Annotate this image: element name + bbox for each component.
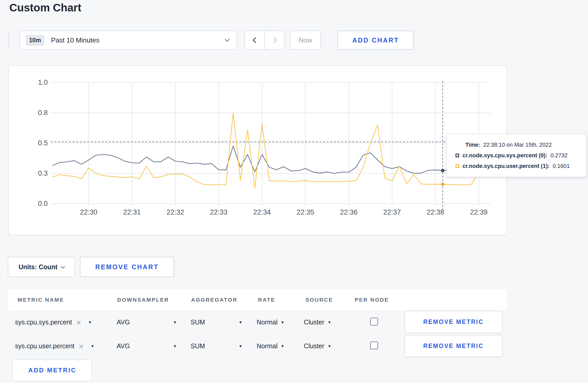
metric-name-value: sys.cpu.sys.percent <box>15 318 72 326</box>
metric-name-select[interactable]: sys.cpu.user.percent × ▼ <box>15 342 94 350</box>
triangle-down-icon: ▼ <box>88 320 92 324</box>
tooltip-user-value: 0.1601 <box>553 163 570 169</box>
svg-text:0.0: 0.0 <box>38 200 48 208</box>
svg-text:0.3: 0.3 <box>38 169 48 177</box>
svg-text:0.5: 0.5 <box>38 139 48 147</box>
tooltip-sys-value: 0.2732 <box>550 152 568 159</box>
source-select[interactable]: Cluster ▼ <box>304 342 331 350</box>
remove-metric-button[interactable]: REMOVE METRIC <box>404 311 502 333</box>
chevron-down-icon <box>61 264 65 268</box>
source-value: Cluster <box>304 342 324 350</box>
triangle-down-icon: ▼ <box>90 344 94 348</box>
line-chart[interactable]: 0.00.30.50.81.022:3022:3122:3222:3322:34… <box>9 66 508 236</box>
svg-text:22:30: 22:30 <box>80 208 97 216</box>
units-label: Units: Count <box>19 263 58 271</box>
time-window-label: Past 10 Minutes <box>51 36 226 44</box>
chart-card: 0.00.30.50.81.022:3022:3122:3222:3322:34… <box>8 65 507 235</box>
triangle-down-icon: ▼ <box>281 344 285 348</box>
clear-metric-icon[interactable]: × <box>76 320 81 325</box>
rate-select[interactable]: Normal ▼ <box>257 318 284 326</box>
downsampler-select[interactable]: AVG ▼ <box>117 342 177 350</box>
time-range-nav <box>244 31 285 50</box>
source-select[interactable]: Cluster ▼ <box>304 318 331 326</box>
downsampler-value: AVG <box>117 318 130 326</box>
downsampler-value: AVG <box>117 342 130 350</box>
col-header-per-node: PER NODE <box>355 297 389 303</box>
metrics-table-header: METRIC NAME DOWNSAMPLER AGGREGATOR RATE … <box>8 289 507 310</box>
toolbar-divider <box>9 31 9 49</box>
per-node-checkbox[interactable] <box>370 318 378 325</box>
aggregator-select[interactable]: SUM ▼ <box>191 318 242 326</box>
svg-text:1.0: 1.0 <box>38 79 48 86</box>
page-title: Custom Chart <box>9 1 81 15</box>
tooltip-time-value: 22:38:10 on Mar 15th, 2022 <box>483 142 552 148</box>
col-header-downsampler: DOWNSAMPLER <box>117 297 169 303</box>
svg-text:22:37: 22:37 <box>383 208 401 216</box>
svg-text:22:34: 22:34 <box>253 208 271 216</box>
prev-range-button[interactable] <box>245 31 265 49</box>
metric-name-value: sys.cpu.user.percent <box>15 342 74 350</box>
col-header-source: SOURCE <box>305 297 333 303</box>
triangle-down-icon: ▼ <box>173 344 177 348</box>
next-range-button[interactable] <box>265 31 284 49</box>
tooltip-series-row: cr.node.sys.cpu.user.percent (1): 0.1601 <box>456 163 586 169</box>
sys-series-swatch-icon <box>456 154 459 157</box>
add-chart-button[interactable]: ADD CHART <box>338 31 414 50</box>
time-window-dropdown[interactable]: 10m Past 10 Minutes <box>19 31 237 50</box>
rate-value: Normal <box>257 342 278 350</box>
aggregator-value: SUM <box>191 342 205 350</box>
svg-text:22:38: 22:38 <box>427 208 444 216</box>
chart-tooltip: Time: 22:38:10 on Mar 15th, 2022 cr.node… <box>446 134 586 177</box>
tooltip-user-label: cr.node.sys.cpu.user.percent (1): <box>463 163 550 169</box>
triangle-down-icon: ▼ <box>173 320 177 324</box>
rate-value: Normal <box>257 318 278 326</box>
metric-name-select[interactable]: sys.cpu.sys.percent × ▼ <box>15 318 92 326</box>
svg-text:0.8: 0.8 <box>38 109 48 117</box>
metric-row: sys.cpu.sys.percent × ▼ AVG ▼ SUM ▼ Norm… <box>8 310 507 334</box>
col-header-aggregator: AGGREGATOR <box>191 297 237 303</box>
svg-text:22:39: 22:39 <box>470 208 488 216</box>
svg-text:22:32: 22:32 <box>167 208 184 216</box>
tooltip-time-row: Time: 22:38:10 on Mar 15th, 2022 <box>465 142 586 148</box>
tooltip-series-row: cr.node.sys.cpu.sys.percent (0): 0.2732 <box>456 152 586 159</box>
user-series-swatch-icon <box>456 164 459 168</box>
triangle-down-icon: ▼ <box>327 344 331 348</box>
now-button[interactable]: Now <box>290 31 321 50</box>
time-window-badge: 10m <box>26 35 44 46</box>
tooltip-time-label: Time: <box>465 142 480 148</box>
svg-text:22:33: 22:33 <box>210 208 228 216</box>
units-dropdown[interactable]: Units: Count <box>8 257 75 277</box>
svg-text:22:35: 22:35 <box>297 208 314 216</box>
svg-text:22:31: 22:31 <box>123 208 141 216</box>
remove-chart-button[interactable]: REMOVE CHART <box>80 257 174 277</box>
downsampler-select[interactable]: AVG ▼ <box>117 318 177 326</box>
tooltip-sys-label: cr.node.sys.cpu.sys.percent (0): <box>463 152 547 159</box>
svg-text:22:36: 22:36 <box>340 208 358 216</box>
triangle-down-icon: ▼ <box>327 320 331 324</box>
rate-select[interactable]: Normal ▼ <box>257 342 284 350</box>
triangle-down-icon: ▼ <box>281 320 285 324</box>
add-metric-button[interactable]: ADD METRIC <box>12 359 92 381</box>
aggregator-value: SUM <box>191 318 205 326</box>
per-node-checkbox[interactable] <box>370 342 378 349</box>
remove-metric-button[interactable]: REMOVE METRIC <box>404 335 502 357</box>
chevron-left-icon <box>253 37 258 43</box>
source-value: Cluster <box>304 318 324 326</box>
chevron-down-icon <box>225 37 229 41</box>
col-header-metric-name: METRIC NAME <box>18 297 64 303</box>
metric-row: sys.cpu.user.percent × ▼ AVG ▼ SUM ▼ Nor… <box>8 334 507 358</box>
triangle-down-icon: ▼ <box>239 344 242 348</box>
col-header-rate: RATE <box>258 297 275 303</box>
triangle-down-icon: ▼ <box>239 320 242 324</box>
chevron-right-icon <box>271 37 277 43</box>
aggregator-select[interactable]: SUM ▼ <box>191 342 242 350</box>
clear-metric-icon[interactable]: × <box>79 343 84 349</box>
